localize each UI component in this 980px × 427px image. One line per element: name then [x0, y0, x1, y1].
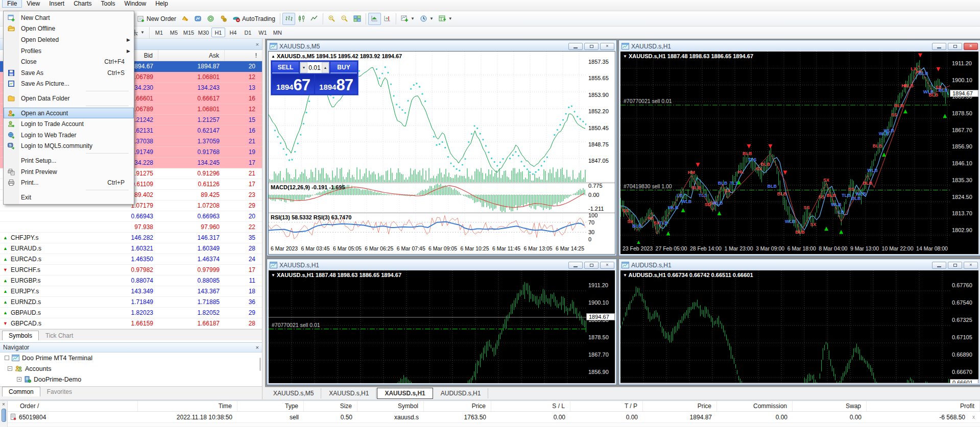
- new-order-button[interactable]: New Order: [135, 13, 179, 25]
- chart1-titlebar[interactable]: XAUUSD.s,M5 ×: [268, 41, 615, 51]
- chart-tab[interactable]: XAUUSD.s,H1: [377, 388, 433, 399]
- terminal-column-header[interactable]: Price: [643, 401, 717, 411]
- terminal-column-header[interactable]: Type: [237, 401, 304, 411]
- zoom-in-icon[interactable]: [325, 13, 338, 25]
- terminal-column-header[interactable]: Size: [304, 401, 357, 411]
- chart4-main-plot[interactable]: [620, 270, 950, 384]
- buy-price[interactable]: 189487: [315, 74, 357, 94]
- market-watch-row[interactable]: ▲GBPAUD.s 1.82023 1.82052 29: [0, 308, 262, 318]
- file-menu-item[interactable]: Print... Ctrl+P: [4, 177, 134, 188]
- file-menu-item[interactable]: Open Offline: [4, 23, 134, 35]
- column-spread[interactable]: !: [225, 50, 262, 61]
- terminal-close-icon[interactable]: ×: [2, 402, 5, 407]
- market-watch-row[interactable]: ▲CHFJPY.s 146.282 146.317 35: [0, 233, 262, 243]
- navigator-tree-item[interactable]: + DooPrime-Demo: [0, 374, 262, 385]
- chart-tab[interactable]: XAUUSD.s,H1: [322, 388, 376, 398]
- chart4-titlebar[interactable]: AUDUSD.s,H1 ×: [620, 260, 979, 270]
- file-menu-item[interactable]: [4, 188, 134, 192]
- candlestick-mode-icon[interactable]: [295, 13, 308, 25]
- file-menu-item[interactable]: Login to Trade Account: [4, 118, 134, 130]
- file-menu-item[interactable]: New Chart: [4, 12, 134, 23]
- chart3-body[interactable]: ▼ XAUUSD.s,H1 1887.48 1898.63 1886.65 18…: [268, 270, 615, 384]
- volume-up-icon[interactable]: ▲: [322, 62, 329, 73]
- market-watch-row[interactable]: 0.66943 0.66963 20: [0, 211, 262, 222]
- market-watch-tab[interactable]: Symbols: [2, 331, 39, 340]
- restore-button[interactable]: [948, 43, 962, 50]
- file-menu-item[interactable]: Open Data Folder: [4, 93, 134, 104]
- file-menu-item[interactable]: [4, 104, 134, 108]
- menubar-item[interactable]: Help: [151, 0, 173, 7]
- terminal-column-header[interactable]: Commission: [717, 401, 793, 411]
- sell-price[interactable]: 189467: [272, 74, 314, 94]
- file-menu-item[interactable]: S Login to MQL5.community: [4, 141, 134, 152]
- indicators-button[interactable]: ▼: [398, 13, 417, 25]
- chart-window-xauusd-h1-active[interactable]: XAUUSD.s,H1 × ▼ XAUUSD.s,H1 1887.48 1898…: [618, 40, 980, 256]
- terminal-row-clipped[interactable]: [0, 423, 980, 427]
- zoom-out-icon[interactable]: [338, 13, 351, 25]
- file-menu-item[interactable]: Open an Account: [4, 108, 134, 119]
- file-menu-item[interactable]: Exit: [4, 192, 134, 203]
- chart2-body[interactable]: ▼ XAUUSD.s,H1 1887.48 1898.63 1886.65 18…: [620, 51, 979, 255]
- terminal-order-row[interactable]: 65019804 2022.11.18 10:38:50 sell 0.50 x…: [8, 412, 980, 423]
- market-watch-row[interactable]: ▲EURJPY.s 143.349 143.367 18: [0, 286, 262, 297]
- column-ask[interactable]: Ask: [158, 50, 225, 61]
- market-watch-row[interactable]: ▲EURAUD.s 1.60321 1.60349 28: [0, 243, 262, 254]
- menubar-item[interactable]: View: [22, 0, 44, 7]
- market-watch-row[interactable]: ▲EURCAD.s 1.46350 1.46374 24: [0, 254, 262, 265]
- terminal-column-header[interactable]: Swap: [793, 401, 867, 411]
- file-menu-item[interactable]: Save As Ctrl+S: [4, 67, 134, 79]
- menubar-item[interactable]: Tools: [97, 0, 120, 7]
- chart-window-xauusd-h1[interactable]: XAUUSD.s,H1 × ▼ XAUUSD.s,H1 1887.48 1898…: [267, 259, 617, 385]
- chart-shift-icon[interactable]: [381, 13, 394, 25]
- file-menu-item[interactable]: Save As Picture...: [4, 79, 134, 90]
- chart2-titlebar[interactable]: XAUUSD.s,H1 ×: [620, 41, 979, 51]
- menubar-item[interactable]: File: [2, 0, 22, 8]
- volume-value[interactable]: 0.01: [307, 62, 322, 73]
- chart1-body[interactable]: ▲ XAUUSD.s,M5 1894.15 1895.42 1893.92 18…: [268, 51, 615, 255]
- terminal-column-header[interactable]: Symbol: [357, 401, 424, 411]
- market-watch-icon[interactable]: [179, 13, 192, 25]
- file-menu-item[interactable]: Open Deleted ▶: [4, 34, 134, 45]
- chart3-titlebar[interactable]: XAUUSD.s,H1 ×: [268, 260, 615, 270]
- tree-expander[interactable]: +: [17, 377, 21, 382]
- market-watch-close-icon[interactable]: ×: [256, 41, 259, 47]
- timeframe-button[interactable]: D1: [241, 28, 255, 37]
- close-button[interactable]: ×: [600, 262, 614, 269]
- terminal-column-header[interactable]: Order /: [8, 401, 138, 411]
- restore-button[interactable]: [584, 262, 599, 269]
- menubar-item[interactable]: Window: [120, 0, 151, 7]
- chart-tab[interactable]: XAUUSD.s,M5: [266, 388, 321, 398]
- timeframe-button[interactable]: M30: [197, 28, 210, 37]
- terminal-column-header[interactable]: T / P: [570, 401, 643, 411]
- terminal-column-header[interactable]: Time: [138, 401, 237, 411]
- minimize-button[interactable]: [932, 262, 946, 269]
- timeframe-button[interactable]: H4: [226, 28, 240, 37]
- menubar-item[interactable]: Insert: [44, 0, 69, 7]
- close-button[interactable]: ×: [600, 43, 614, 50]
- terminal-column-header[interactable]: Profit: [867, 401, 980, 411]
- navigator-scrollbar[interactable]: [259, 358, 261, 371]
- close-button[interactable]: ×: [964, 262, 978, 269]
- navigator-close-icon[interactable]: ×: [256, 344, 259, 350]
- menubar-item[interactable]: Charts: [69, 0, 96, 7]
- periods-button[interactable]: ▼: [417, 13, 436, 25]
- chart2-main-plot[interactable]: SSSXBLBHISXTLBWLBLBWLBHMBLBTLSSDSXWLBBLB…: [620, 52, 950, 244]
- timeframe-button[interactable]: H1: [211, 28, 225, 37]
- auto-scroll-icon[interactable]: [368, 13, 381, 25]
- chart-tab[interactable]: AUDUSD.s,H1: [434, 388, 489, 398]
- order-line-label[interactable]: #70419830 sell 1.00: [624, 183, 672, 189]
- minimize-button[interactable]: [932, 43, 946, 50]
- tree-expander[interactable]: −: [8, 366, 12, 371]
- metaeditor-icon[interactable]: [192, 13, 204, 25]
- minimize-button[interactable]: [568, 43, 583, 50]
- timeframe-button[interactable]: M5: [167, 28, 181, 37]
- timeframe-button[interactable]: M15: [182, 28, 196, 37]
- market-watch-row[interactable]: ▼GBPCAD.s 1.66159 1.66187 28: [0, 318, 262, 329]
- sound-icon[interactable]: [204, 13, 217, 25]
- chart-window-xauusd-m5[interactable]: XAUUSD.s,M5 × ▲ XAUUSD.s,M5 1894.15 1895…: [267, 40, 617, 256]
- order-line-label[interactable]: #70770021 sell 0.01: [624, 98, 672, 104]
- order-close-icon[interactable]: x: [972, 414, 975, 420]
- market-watch-row[interactable]: ▲EURGBP.s 0.88074 0.88085 11: [0, 275, 262, 286]
- order-line-label[interactable]: #70770021 sell 0.01: [272, 322, 320, 328]
- file-menu-item[interactable]: Print Preview: [4, 166, 134, 178]
